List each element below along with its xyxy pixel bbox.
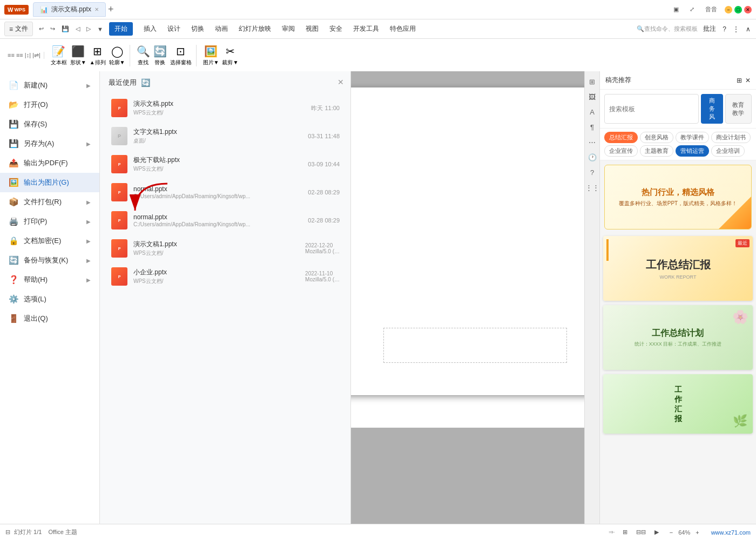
menu-print[interactable]: 🖨️ 打印(P) ▶ <box>0 212 99 231</box>
find-button[interactable]: 🔍 查找 <box>137 45 150 66</box>
tag-promo[interactable]: 企业宣传 <box>604 145 638 157</box>
tab-slideshow[interactable]: 幻灯片放映 <box>238 22 272 36</box>
present-view-button[interactable]: ▶ <box>651 528 662 537</box>
share-button[interactable]: ⤢ <box>686 5 698 14</box>
select-pane-button[interactable]: ⊡ 选择窗格 <box>170 45 192 66</box>
menu-export-image[interactable]: 🖼️ 输出为图片(G) <box>0 173 99 192</box>
sidebar-question-icon[interactable]: ? <box>586 166 598 178</box>
menu-exit[interactable]: 🚪 退出(Q) <box>0 309 99 328</box>
menu-options[interactable]: ⚙️ 选项(L) <box>0 289 99 309</box>
tab-review[interactable]: 审阅 <box>281 22 296 36</box>
tab-special[interactable]: 特色应用 <box>389 22 417 36</box>
close-tab-button[interactable]: ✕ <box>94 6 99 12</box>
tag-corp-train[interactable]: 企业培训 <box>711 145 745 157</box>
batch-notes-button[interactable]: 批注 <box>702 22 717 36</box>
menu-new[interactable]: 📄 新建(N) ▶ <box>0 76 99 95</box>
tag-summary[interactable]: 总结汇报 <box>604 132 638 143</box>
recent-files-panel: 最近使用 🔄 ✕ P 演示文稿.pptx WPS云文档/ 昨天 11:00 P … <box>100 71 351 524</box>
search-button[interactable]: 商务风 <box>701 94 723 124</box>
undo-button[interactable]: ↩ <box>36 24 46 34</box>
menu-save[interactable]: 💾 保存(S) <box>0 114 99 134</box>
menu-help[interactable]: ❓ 帮助(H) ▶ <box>0 270 99 289</box>
tab-design[interactable]: 设计 <box>166 22 181 36</box>
tab-view[interactable]: 视图 <box>305 22 320 36</box>
sidebar-history-icon[interactable]: 🕐 <box>586 151 598 163</box>
sidebar-picture-icon[interactable]: 🖼 <box>586 91 598 103</box>
tag-theme-edu[interactable]: 主题教育 <box>640 145 673 157</box>
template-search-input[interactable] <box>604 94 699 124</box>
forward-button[interactable]: ▷ <box>84 24 93 34</box>
file-menu-button[interactable]: ≡文件 <box>4 22 33 36</box>
replace-button[interactable]: 🔄 替换 <box>153 45 167 66</box>
template-card-2[interactable]: 工作总结计划 统计：XXXX 目标：工作成果、工作推进 🌸 <box>603 305 753 370</box>
search-command[interactable]: 🔍查找命令、搜索模板 <box>637 25 698 33</box>
maximize-button[interactable]: □ <box>734 6 742 14</box>
education-tab[interactable]: 教育教学 <box>725 94 752 124</box>
start-tab-button[interactable]: 开始 <box>109 22 133 36</box>
close-window-button[interactable]: ✕ <box>744 6 752 14</box>
menu-export-pdf[interactable]: 📤 输出为PDF(F) <box>0 153 99 173</box>
zoom-out-button[interactable]: − <box>666 528 676 537</box>
menu-open[interactable]: 📂 打开(O) <box>0 95 99 114</box>
file-icon: P <box>111 211 128 230</box>
tab-developer[interactable]: 开发工具 <box>352 22 380 36</box>
tag-business-plan[interactable]: 商业计划书 <box>711 132 751 143</box>
menu-package[interactable]: 📦 文件打包(R) ▶ <box>0 192 99 212</box>
sidebar-expand-icon[interactable]: ⊞ <box>586 76 598 87</box>
picture-button[interactable]: 🖼️ 图片▼ <box>203 45 219 66</box>
outline-button[interactable]: ◯ 轮廓▼ <box>109 45 125 66</box>
more-button[interactable]: ⋮ <box>732 23 740 35</box>
template-banner[interactable]: 热门行业，精选风格 覆盖多种行业、场景PPT，版式精美，风格多样！ <box>604 165 752 230</box>
tab-insert[interactable]: 插入 <box>143 22 158 36</box>
sidebar-more-icon[interactable]: ⋯ <box>586 136 598 148</box>
user-button[interactable]: 音音 <box>702 4 720 15</box>
tag-courseware[interactable]: 教学课件 <box>676 132 709 143</box>
sidebar-text-icon[interactable]: A <box>586 106 598 118</box>
close-recent-button[interactable]: ✕ <box>338 78 344 86</box>
right-panel-close[interactable]: ✕ <box>745 77 751 84</box>
grid-view-button[interactable]: ⊟⊟ <box>633 528 649 537</box>
collapse-button[interactable]: ∧ <box>745 23 752 35</box>
slide-subtitle-box[interactable] <box>383 328 567 363</box>
menu-saveas[interactable]: 💾 另存为(A) ▶ <box>0 134 99 153</box>
pptx-icon: P <box>111 239 127 258</box>
menu-backup[interactable]: 🔄 备份与恢复(K) ▶ <box>0 251 99 270</box>
file-item[interactable]: P normal.pptx C:/Users/admin/AppData/Roa… <box>109 206 342 234</box>
shape-button[interactable]: ⬛ 形状▼ <box>70 45 86 66</box>
tag-creative[interactable]: 创意风格 <box>640 132 673 143</box>
right-panel-expand[interactable]: ⊞ <box>737 77 742 84</box>
refresh-button[interactable]: 🔄 <box>141 78 150 87</box>
back-button[interactable]: ◁ <box>73 24 83 34</box>
crop-button[interactable]: ✂ 裁剪▼ <box>222 45 238 66</box>
minimize-button[interactable]: − <box>725 6 732 14</box>
normal-view-button[interactable]: ⊞ <box>619 528 631 537</box>
add-tab-button[interactable]: + <box>108 4 114 15</box>
account-button[interactable]: ▣ <box>670 5 682 14</box>
textbox-button[interactable]: 📝 文本框 <box>51 45 67 66</box>
redo-button[interactable]: ↪ <box>48 24 58 34</box>
tag-marketing[interactable]: 营销运营 <box>676 145 709 157</box>
file-item[interactable]: P normal.pptx C:/Users/admin/AppData/Roa… <box>109 178 342 206</box>
tab-animation[interactable]: 动画 <box>214 22 229 36</box>
sidebar-grid-icon[interactable]: ⋮⋮ <box>586 181 598 193</box>
sidebar-format-icon[interactable]: ¶ <box>586 121 598 133</box>
menu-encrypt[interactable]: 🔒 文档加密(E) ▶ <box>0 231 99 251</box>
help-button[interactable]: ? <box>721 23 727 35</box>
file-item[interactable]: P 演示文稿.pptx WPS云文档/ 昨天 11:00 <box>109 94 342 122</box>
zoom-in-button[interactable]: + <box>692 528 702 537</box>
slide-canvas[interactable]: 站 <box>351 87 599 395</box>
tab-transition[interactable]: 切换 <box>190 22 205 36</box>
file-item[interactable]: P 小企业.pptx WPS云文档/ 2022-11-10Mozilla/5.0… <box>109 262 342 291</box>
notes-area[interactable]: ⊞ 单击此处添加备注 <box>351 395 599 428</box>
template-card-1[interactable]: 工作总结汇报 WORK REPORT 最近 <box>603 236 753 301</box>
arrange-button[interactable]: ⊞ ▲排列 <box>90 45 106 66</box>
file-item[interactable]: P 极光下载站.pptx WPS云文档/ 03-09 10:44 <box>109 150 342 178</box>
file-item[interactable]: P 演示文稿1.pptx WPS云文档/ 2022-12-20Mozilla/5… <box>109 234 342 262</box>
pptx-icon: P <box>111 267 127 286</box>
file-item[interactable]: P 文字文稿1.pptx 桌面/ 03-31 11:48 <box>109 122 342 150</box>
active-tab[interactable]: 📊 演示文稿.pptx ✕ <box>33 2 106 17</box>
nav-dropdown[interactable]: ▼ <box>94 24 106 34</box>
template-card-3[interactable]: 工作汇报 🌿 <box>603 374 753 434</box>
tab-security[interactable]: 安全 <box>328 22 343 36</box>
save-quick-button[interactable]: 💾 <box>59 24 72 34</box>
